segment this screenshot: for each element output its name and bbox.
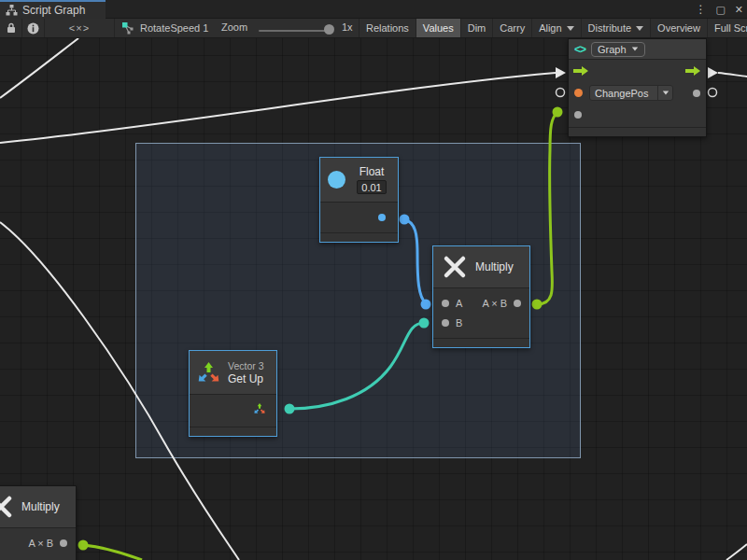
- wire-blue-float-to-multiply[interactable]: [404, 219, 426, 303]
- wire-endpoint-blue-end: [421, 300, 431, 310]
- window-maximize-icon[interactable]: ▢: [715, 0, 725, 19]
- tab-script-graph[interactable]: Script Graph: [0, 0, 106, 19]
- wire-endpoint-teal-end: [419, 318, 430, 329]
- node-footer: [190, 427, 276, 436]
- tab-strip: Script Graph ⋮ ▢ ✕: [0, 0, 747, 19]
- float-value-field[interactable]: 0.01: [357, 180, 386, 194]
- relations-button[interactable]: Relations: [359, 19, 416, 37]
- float-body: [320, 203, 398, 231]
- port-row-b: B: [433, 313, 529, 332]
- multiply-input-a-port[interactable]: [442, 300, 449, 307]
- zoom-slider-handle[interactable]: [324, 24, 334, 35]
- info-icon: [27, 22, 39, 35]
- port-row-a: A A × B: [433, 293, 529, 313]
- lock-button[interactable]: [0, 19, 22, 37]
- multiply-title: Multiply: [475, 260, 514, 273]
- multiply-partial-title: Multiply: [21, 500, 60, 513]
- port-ring-right[interactable]: [709, 89, 717, 97]
- changepos-value: ChangePos: [590, 88, 657, 99]
- carry-button[interactable]: Carry: [492, 19, 531, 37]
- overview-button[interactable]: Overview: [650, 19, 707, 37]
- zoom-slider-track[interactable]: [259, 30, 330, 32]
- float-output-port[interactable]: [378, 214, 386, 221]
- node-footer: [320, 232, 398, 242]
- value-input-port[interactable]: [574, 89, 583, 97]
- wire-teal-getup-to-multiply[interactable]: [289, 323, 424, 409]
- wire-endpoint-green-end: [553, 107, 563, 118]
- multiply-output-port[interactable]: [514, 300, 521, 307]
- window-close-icon[interactable]: ✕: [735, 0, 743, 19]
- vector3-axes-icon: [196, 360, 221, 385]
- wire-arrowhead-out: [708, 67, 718, 78]
- node-vector3-get-up[interactable]: Vector 3 Get Up: [189, 350, 277, 437]
- multiply-x-icon: [0, 495, 13, 519]
- float-type-icon: [328, 171, 345, 189]
- dropdown-arrow: [657, 86, 672, 100]
- align-dropdown-button[interactable]: Align: [531, 19, 580, 37]
- toolbar-button-bar: Relations Values Dim Carry Align Distrib…: [359, 19, 747, 37]
- wire-white-into-graph-node[interactable]: [0, 73, 556, 143]
- port-ring-left[interactable]: [557, 89, 565, 97]
- vector3-title: Get Up: [228, 372, 264, 385]
- port-label-a: A: [456, 298, 462, 309]
- wire-green-multiply-to-changepos[interactable]: [537, 112, 557, 304]
- window-controls: ⋮ ▢ ✕: [695, 0, 743, 19]
- multiply-partial-output-port[interactable]: [60, 539, 67, 547]
- chevron-down-icon: [636, 26, 643, 31]
- wire-endpoint-green2-start: [78, 540, 89, 551]
- vector3-subtitle: Vector 3: [228, 360, 264, 371]
- extra-port-row: [569, 105, 706, 125]
- multiply-input-b-port[interactable]: [442, 319, 449, 327]
- multiply-header: Multiply: [433, 246, 529, 288]
- code-view-icon: <×>: [69, 22, 90, 34]
- zoom-label: Zoom: [221, 21, 247, 33]
- changepos-dropdown[interactable]: ChangePos: [589, 85, 673, 101]
- wire-white-topleft[interactable]: [0, 38, 78, 98]
- value-output-port[interactable]: [693, 90, 700, 97]
- wire-green-partial-multiply[interactable]: [83, 545, 142, 560]
- wire-white-out-of-graph-node[interactable]: [718, 73, 747, 77]
- vector3-body: [190, 395, 276, 423]
- graph-tree-icon: [6, 5, 18, 16]
- port-label-out: A × B: [482, 298, 507, 309]
- node-float[interactable]: Float 0.01: [319, 157, 399, 243]
- code-brackets-icon: <>: [574, 43, 585, 56]
- vector3-output-port-icon[interactable]: [253, 402, 266, 415]
- multiply-partial-header: Multiply: [0, 486, 76, 528]
- chevron-down-icon: [662, 91, 668, 95]
- multiply-x-icon: [443, 255, 467, 279]
- window-menu-icon[interactable]: ⋮: [695, 0, 706, 19]
- flow-output-arrow-icon[interactable]: [685, 66, 701, 76]
- zoom-value: 1x: [342, 21, 353, 33]
- code-view-button[interactable]: <×>: [45, 19, 115, 37]
- float-header: Float 0.01: [320, 158, 398, 203]
- distribute-dropdown-button[interactable]: Distribute: [581, 19, 650, 37]
- full-screen-button[interactable]: Full Screen: [707, 19, 747, 37]
- flow-port-row: [569, 60, 706, 81]
- tab-title: Script Graph: [22, 4, 85, 17]
- node-footer: [433, 338, 529, 347]
- wire-white-bottomright[interactable]: [726, 544, 747, 560]
- lock-icon: [7, 22, 16, 34]
- values-button[interactable]: Values: [416, 19, 460, 37]
- graph-dropdown-button[interactable]: Graph: [591, 42, 645, 57]
- graph-reference-breadcrumb[interactable]: RotateSpeed 1: [121, 19, 208, 37]
- node-graph-unit[interactable]: <> Graph ChangePos: [568, 38, 707, 137]
- wire-endpoint-blue-start: [400, 215, 410, 225]
- info-button[interactable]: [22, 19, 45, 37]
- port-label-out: A × B: [28, 538, 53, 549]
- flow-input-arrow-icon[interactable]: [573, 66, 589, 76]
- node-multiply-partial[interactable]: Multiply A A × B: [0, 485, 77, 560]
- port-label-b: B: [456, 317, 462, 329]
- chevron-down-icon: [631, 48, 637, 51]
- node-multiply[interactable]: Multiply A A × B B: [432, 245, 530, 348]
- wire-arrowhead-in: [556, 67, 566, 78]
- script-graph-asset-icon: [121, 21, 134, 35]
- vector3-header: Vector 3 Get Up: [190, 351, 276, 395]
- extra-input-port[interactable]: [574, 111, 582, 119]
- dim-button[interactable]: Dim: [460, 19, 493, 37]
- port-row-a: A A × B: [0, 533, 76, 553]
- graph-canvas[interactable]: <> Graph ChangePos: [0, 38, 747, 560]
- multiply-partial-body: A A × B: [0, 528, 76, 553]
- script-graph-window: Script Graph ⋮ ▢ ✕ <×>: [0, 0, 747, 560]
